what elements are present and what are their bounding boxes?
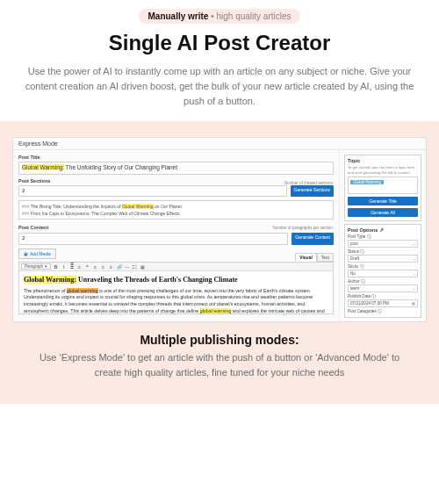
info-icon: ⓘ [361, 279, 365, 284]
list-item: ### From Ice Caps to Ecosystems: The Com… [22, 211, 330, 218]
link-icon[interactable]: 🔗 [116, 263, 122, 270]
topic-box: Topic To get started, you can enter a to… [344, 155, 421, 221]
add-media-button[interactable]: ▣ Add Media [18, 248, 56, 259]
tab-visual[interactable]: Visual [295, 253, 317, 262]
page: Manually write • high quality articles S… [0, 0, 439, 404]
post-options-label: Post Options ↗ [348, 227, 418, 233]
hero-pill-bold: Manually write [148, 11, 208, 21]
status-select[interactable]: Draft⌄ [348, 255, 418, 263]
align-right-icon[interactable]: ≡ [108, 263, 114, 270]
info-icon: ⓘ [360, 264, 364, 269]
post-categories-label: Post Categories ⓘ [348, 309, 418, 313]
post-options-box: Post Options ↗ Post Type ⓘ post⌄ Status … [344, 224, 421, 318]
topic-chip[interactable]: Global Warming [350, 180, 384, 184]
generate-all-button[interactable]: Generate All [348, 208, 418, 217]
caption-text: Use 'Express Mode' to get an article wit… [35, 350, 404, 379]
post-type-label: Post Type ⓘ [348, 234, 418, 239]
window-title: Express Mode [13, 138, 426, 150]
fullscreen-icon[interactable]: ⛶ [132, 263, 138, 270]
sections-count-input[interactable]: 2 [18, 185, 287, 198]
author-select[interactable]: team⌄ [348, 284, 418, 292]
info-icon: ⓘ [367, 234, 371, 239]
hero-pill-light: • high quality articles [208, 11, 291, 21]
publish-date-label: Publish Date ⓘ [348, 294, 418, 299]
align-center-icon[interactable]: ≡ [100, 263, 106, 270]
chevron-down-icon: ⌄ [413, 271, 415, 276]
generate-title-button[interactable]: Generate Title [348, 197, 418, 205]
sticky-label: Sticky ⓘ [348, 264, 418, 269]
caption-title: Multiple publishing modes: [35, 333, 404, 347]
sections-list-input[interactable]: ### The Rising Tide: Understanding the I… [18, 200, 334, 220]
doc-heading: Global Warming: Unraveling the Threads o… [24, 275, 328, 285]
info-icon: ⓘ [378, 309, 382, 313]
status-label: Status ⓘ [348, 249, 418, 254]
doc-body: The phenomenon of global warming is one … [24, 288, 328, 313]
more-icon[interactable]: ⋯ [124, 263, 130, 270]
post-title-text: The Unfolding Story of Our Changing Plan… [64, 164, 177, 170]
paragraph-select-label: Paragraph [25, 264, 43, 269]
number-list-icon[interactable]: ≡ [76, 263, 83, 270]
sticky-select[interactable]: No⌄ [348, 270, 418, 277]
paragraphs-count-input[interactable]: 2 [18, 233, 288, 245]
publish-date-input[interactable]: 07/21/2024 07:30 PM▦ [348, 299, 418, 307]
sections-counter-label: Number of created sections: [284, 181, 334, 185]
add-media-label: Add Media [30, 251, 51, 256]
italic-icon[interactable]: I [61, 263, 67, 270]
topic-description: To get started, you can enter a topic he… [348, 165, 418, 175]
topic-label: Topic [348, 158, 418, 163]
hero-pill: Manually write • high quality articles [0, 0, 439, 29]
editor-document[interactable]: Global Warming: Unraveling the Threads o… [19, 271, 333, 313]
chevron-down-icon: ▾ [45, 264, 47, 269]
post-content-label: Post Content [18, 225, 48, 230]
screenshot-caption: Multiple publishing modes: Use 'Express … [12, 322, 427, 392]
generate-content-button[interactable]: Generate Content [291, 233, 334, 245]
info-icon: ⓘ [360, 249, 364, 254]
tab-text[interactable]: Text [317, 253, 334, 262]
editor-tabs: Visual Text [295, 253, 334, 262]
generate-sections-button[interactable]: Generate Sections [291, 185, 334, 198]
list-item: ### The Rising Tide: Understanding the I… [22, 204, 330, 211]
post-title-label: Post Title [18, 155, 334, 160]
hero-pill-badge: Manually write • high quality articles [139, 9, 299, 24]
chevron-down-icon: ⌄ [413, 256, 415, 261]
post-title-highlight: Global Warming: [22, 164, 64, 170]
bullet-list-icon[interactable]: ≣ [68, 263, 75, 270]
external-link-icon: ↗ [379, 227, 384, 233]
post-title-input[interactable]: Global Warming: The Unfolding Story of O… [18, 162, 334, 174]
post-sections-label: Post Sections [18, 178, 50, 184]
side-panel: Topic To get started, you can enter a to… [340, 150, 426, 321]
main-panel: Post Title Global Warming: The Unfolding… [13, 150, 340, 321]
topic-input[interactable]: Global Warming [348, 176, 418, 194]
bold-icon[interactable]: B [53, 263, 59, 270]
page-lead: Use the power of AI to instantly come up… [0, 64, 439, 121]
paragraphs-counter-label: Number of paragraphs per section: [272, 226, 334, 230]
page-title: Single AI Post Creator [0, 31, 439, 55]
author-label: Author ⓘ [348, 279, 418, 284]
chevron-down-icon: ⌄ [413, 286, 415, 291]
align-left-icon[interactable]: ≡ [92, 263, 98, 270]
camera-icon: ▣ [24, 251, 28, 256]
quote-icon[interactable]: ❝ [84, 263, 90, 270]
info-icon: ⓘ [371, 294, 376, 299]
app-window: Express Mode Post Title Global Warming: … [12, 137, 427, 322]
toolbar-toggle-icon[interactable]: ▦ [140, 263, 146, 270]
content-editor: Paragraph ▾ B I ≣ ≡ ❝ ≡ ≡ ≡ 🔗 [18, 262, 334, 314]
screenshot-frame: Express Mode Post Title Global Warming: … [0, 121, 439, 404]
post-type-select[interactable]: post⌄ [348, 240, 418, 248]
paragraph-select[interactable]: Paragraph ▾ [21, 263, 51, 270]
editor-toolbar: Paragraph ▾ B I ≣ ≡ ❝ ≡ ≡ ≡ 🔗 [19, 263, 333, 271]
calendar-icon: ▦ [412, 301, 415, 306]
chevron-down-icon: ⌄ [413, 241, 415, 246]
